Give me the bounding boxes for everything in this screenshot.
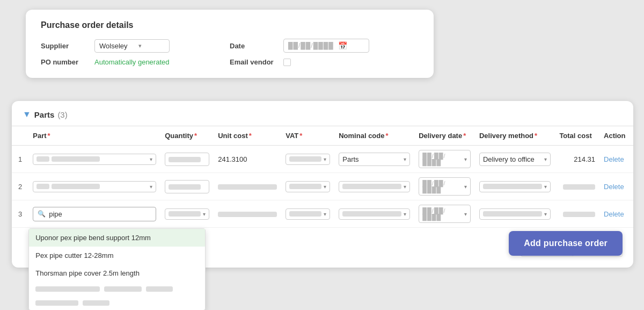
po-details-card: Purchase order details Supplier Wolseley… [26,10,434,78]
date-label: Date [230,42,278,50]
row-2-quantity[interactable] [160,173,214,200]
row-2-num: 2 [12,173,28,200]
row-1-delivery-date[interactable]: ██/██/████ ▾ [414,146,475,173]
row-2-delivery-date[interactable]: ██/██/████ ▾ [414,173,475,200]
row-2-total-cost [555,173,599,200]
row-1-vat[interactable]: ▾ [281,146,334,173]
parts-count: (3) [57,110,67,119]
table-row: 1 ▾ 241.3100 [12,146,633,173]
row-2-part[interactable]: ▾ [28,173,160,200]
supplier-value: Wolseley [99,42,128,50]
search-icon: 🔍 [38,210,46,218]
email-vendor-checkbox[interactable] [283,59,291,66]
add-purchase-order-button[interactable]: Add purchase order [509,231,623,256]
email-vendor-label: Email vendor [230,58,278,66]
date-input[interactable]: ██/██/████ 📅 [283,39,369,53]
po-number-value: Automatically generated [94,58,169,66]
row-2-nominal[interactable]: ▾ [334,173,414,200]
supplier-dropdown-arrow: ▾ [138,42,142,49]
row-1-delivery-method[interactable]: Delivery to office ▾ [475,146,555,173]
row-2-vat[interactable]: ▾ [281,173,334,200]
row-3-part[interactable]: 🔍 pipe Uponor pex pipe bend support 12mm… [28,200,160,228]
suggestion-item[interactable]: Thorsman pipe cover 2.5m length [29,264,205,282]
suggestion-item[interactable]: Pex pipe cutter 12-28mm [29,247,205,264]
table-row: 3 🔍 pipe Uponor pex pipe bend support 12… [12,200,633,228]
date-placeholder: ██/██/████ [288,42,334,49]
supplier-label: Supplier [41,42,89,50]
table-row: 2 ▾ [12,173,633,200]
row-3-delivery-method[interactable]: ▾ [475,200,555,228]
po-number-label: PO number [41,58,89,66]
row-3-delete[interactable]: Delete [599,200,633,228]
row-2-delete[interactable]: Delete [599,173,633,200]
row-3-total-cost [555,200,599,228]
col-action-header: Action [599,126,633,146]
calendar-icon: 📅 [338,41,347,50]
row-3-unit-cost [214,200,281,228]
part-search-input-wrap[interactable]: 🔍 pipe [33,207,156,221]
parts-title: Parts [34,110,55,119]
row-1-unit-cost: 241.3100 [214,146,281,173]
suggestion-list: Uponor pex pipe bend support 12mm Pex pi… [28,228,206,310]
row-2-unit-cost [214,173,281,200]
row-3-nominal[interactable]: ▾ [334,200,414,228]
row-1-num: 1 [12,146,28,173]
row-1-part[interactable]: ▾ [28,146,160,173]
row-3-quantity[interactable]: ▾ [160,200,214,228]
row-3-num: 3 [12,200,28,228]
row-2-delivery-method[interactable]: ▾ [475,173,555,200]
col-unit-cost-header: Unit cost* [214,126,281,146]
row-1-nominal[interactable]: Parts ▾ [334,146,414,173]
col-delivery-date-header: Delivery date* [414,126,475,146]
col-nominal-header: Nominal code* [334,126,414,146]
row-3-vat[interactable]: ▾ [281,200,334,228]
suggestion-item[interactable]: Uponor pex pipe bend support 12mm [29,229,205,247]
parts-card: ▼ Parts (3) Part* Quantity* Unit cost* V… [12,101,633,268]
col-total-cost-header: Total cost [555,126,599,146]
col-delivery-method-header: Delivery method* [475,126,555,146]
supplier-select[interactable]: Wolseley ▾ [94,39,170,53]
col-vat-header: VAT* [281,126,334,146]
parts-collapse-icon[interactable]: ▼ [23,110,31,119]
row-1-total-cost: 214.31 [555,146,599,173]
row-1-delete[interactable]: Delete [599,146,633,173]
parts-table: Part* Quantity* Unit cost* VAT* Nominal … [12,126,633,228]
col-num-header [12,126,28,146]
col-quantity-header: Quantity* [160,126,214,146]
row-1-quantity[interactable] [160,146,214,173]
col-part-header: Part* [28,126,160,146]
search-input-text[interactable]: pipe [49,210,62,218]
po-details-title: Purchase order details [41,20,419,30]
row-3-delivery-date[interactable]: ██/██/████ ▾ [414,200,475,228]
